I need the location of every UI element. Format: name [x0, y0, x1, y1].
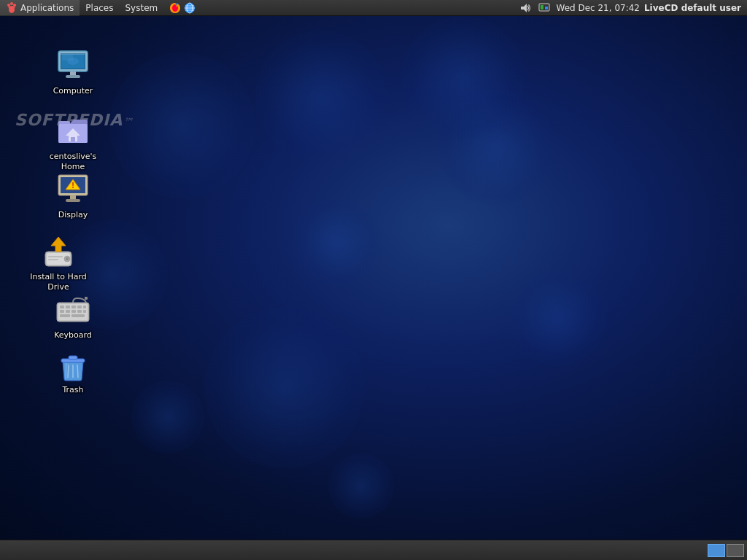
system-label: System	[125, 3, 158, 13]
system-menu[interactable]: System	[119, 0, 163, 16]
home-icon-img	[55, 114, 90, 149]
panel-right: Wed Dec 21, 07:42 LiveCD default user	[518, 2, 747, 14]
svg-rect-50	[77, 310, 82, 313]
svg-rect-46	[83, 306, 86, 308]
svg-rect-15	[545, 7, 548, 9]
applications-icon	[6, 2, 18, 14]
svg-rect-38	[48, 259, 58, 260]
svg-rect-51	[83, 310, 86, 313]
trash-label: Trash	[62, 385, 83, 395]
username: LiveCD default user	[644, 3, 741, 13]
display-label: Display	[58, 210, 88, 220]
svg-rect-49	[71, 310, 76, 313]
places-menu[interactable]: Places	[80, 0, 119, 16]
applications-label: Applications	[20, 3, 74, 13]
svg-rect-53	[71, 314, 85, 317]
display-icon[interactable]: ! Display	[40, 169, 106, 223]
svg-rect-14	[541, 5, 543, 9]
install-icon-img	[41, 234, 76, 269]
network-icon[interactable]	[182, 2, 197, 14]
svg-rect-45	[77, 306, 82, 308]
workspace-1-button[interactable]	[708, 544, 725, 557]
svg-line-57	[68, 365, 69, 378]
svg-point-23	[67, 58, 79, 65]
svg-point-2	[13, 4, 16, 7]
keyboard-label: Keyboard	[54, 330, 92, 341]
svg-rect-43	[66, 306, 70, 308]
svg-rect-56	[69, 356, 77, 359]
panel-left: Applications Places System	[0, 0, 518, 16]
svg-rect-42	[60, 306, 64, 308]
svg-rect-22	[61, 53, 85, 55]
computer-icon[interactable]: Computer	[40, 45, 106, 99]
trash-icon-img	[55, 347, 90, 382]
keyboard-icon[interactable]: Keyboard	[40, 289, 106, 343]
svg-rect-32	[66, 199, 80, 202]
svg-rect-37	[48, 256, 63, 257]
desktop: SOFTPEDIA™	[0, 16, 747, 540]
svg-point-36	[66, 257, 69, 260]
svg-point-5	[13, 6, 15, 8]
volume-icon[interactable]	[518, 2, 533, 14]
firefox-icon[interactable]	[168, 2, 182, 14]
trash-icon[interactable]: Trash	[40, 344, 106, 398]
workspace-switcher	[708, 544, 744, 557]
svg-marker-39	[51, 237, 66, 252]
places-label: Places	[85, 3, 113, 13]
network-monitor-icon[interactable]	[537, 2, 551, 14]
svg-rect-21	[66, 75, 80, 78]
applications-menu[interactable]: Applications	[0, 0, 80, 16]
svg-point-0	[7, 4, 10, 7]
workspace-2-button[interactable]	[727, 544, 744, 557]
computer-icon-img	[55, 48, 90, 83]
svg-marker-12	[521, 4, 527, 12]
bottom-panel	[0, 540, 747, 560]
home-icon[interactable]: centoslive's Home	[40, 111, 106, 176]
svg-line-59	[77, 365, 78, 378]
svg-point-1	[10, 2, 13, 5]
keyboard-icon-img	[55, 292, 90, 327]
svg-rect-26	[71, 137, 75, 141]
svg-text:!: !	[71, 182, 75, 190]
svg-rect-44	[71, 306, 76, 308]
svg-point-4	[9, 6, 11, 8]
top-panel: Applications Places System	[0, 0, 747, 16]
install-icon[interactable]: Install to Hard Drive	[26, 231, 91, 296]
svg-rect-48	[66, 310, 70, 313]
computer-label: Computer	[53, 86, 93, 96]
svg-rect-54	[85, 297, 88, 300]
svg-rect-47	[60, 310, 64, 313]
display-icon-img: !	[55, 172, 90, 207]
desktop-icons: Computer centoslive's Home	[0, 16, 747, 540]
datetime: Wed Dec 21, 07:42	[556, 3, 640, 13]
svg-rect-52	[60, 314, 70, 317]
